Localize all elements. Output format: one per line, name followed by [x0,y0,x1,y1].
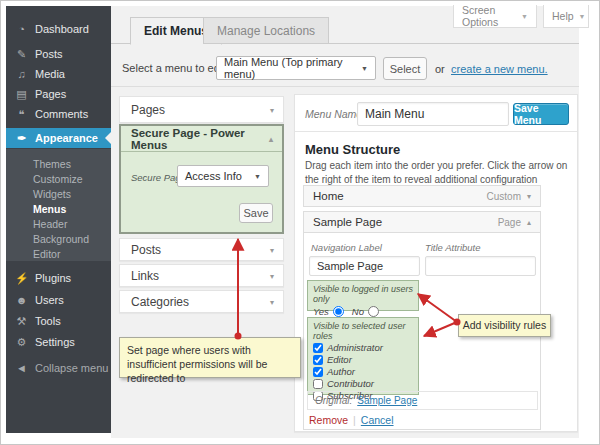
role-row-administrator[interactable]: Administrator [313,342,413,353]
menu-select-row: Select a menu to edit: Main Menu (Top pr… [111,50,579,87]
sidebar-item-tools[interactable]: ⚒Tools [6,311,111,331]
chevron-down-icon: ▾ [270,245,274,254]
remove-link[interactable]: Remove [309,414,348,426]
collapse-arrow-icon: ◄ [15,362,28,374]
title-attribute-input[interactable] [425,256,536,276]
appearance-submenu: Themes Customize Widgets Menus Header Ba… [6,149,111,261]
original-label: Original: [315,395,352,406]
chevron-down-icon: ▾ [270,271,274,280]
dashboard-icon: ◔ [15,23,28,35]
menu-structure-title: Menu Structure [305,142,400,157]
media-icon: ♫ [15,68,28,80]
accordion-posts[interactable]: Posts ▾ [119,238,284,261]
original-page-box: Original: Sample Page [307,391,538,410]
sidebar-item-pages[interactable]: ▤Pages [6,84,111,104]
title-attribute-label: Title Attribute [425,242,481,253]
redirect-note: Set page where users with insufficient p… [119,337,301,378]
submenu-item-customize[interactable]: Customize [6,172,111,186]
menu-item-sample-page[interactable]: Sample Page Page▴ [303,211,541,233]
tab-manage-locations[interactable]: Manage Locations [203,17,329,44]
chevron-down-icon: ▾ [270,105,274,114]
nav-tabs: Edit Menus Manage Locations [111,17,579,44]
menu-editor-panel: Menu Name Save Menu Menu Structure Drag … [294,94,578,432]
create-new-menu-link[interactable]: create a new menu. [451,63,548,75]
wordpress-admin-window: ◔Dashboard ✎Posts ♫Media ▤Pages ❝Comment… [0,0,600,445]
chevron-down-icon: ▼ [579,13,586,20]
tools-icon: ⚒ [15,315,28,328]
item-actions: Remove | Cancel [309,414,394,426]
chevron-down-icon[interactable]: ▾ [527,192,531,201]
secure-box-header[interactable]: Secure Page - Power Menus ▴ [121,126,282,152]
visible-logged-in-box: Visible to logged in users only Yes No [307,280,419,311]
sidebar-item-users[interactable]: ☻Users [6,290,111,310]
sidebar-item-posts[interactable]: ✎Posts [6,44,111,64]
accordion-pages[interactable]: Pages ▾ [119,96,284,123]
submenu-item-header[interactable]: Header [6,217,111,231]
save-menu-button[interactable]: Save Menu [513,103,569,125]
sidebar-item-media[interactable]: ♫Media [6,64,111,84]
menu-name-input[interactable] [357,102,509,126]
navigation-label: Navigation Label [311,242,382,253]
accordion-links[interactable]: Links ▾ [119,264,284,287]
submenu-item-widgets[interactable]: Widgets [6,187,111,201]
submenu-item-themes[interactable]: Themes [6,157,111,171]
menu-name-label: Menu Name [305,108,362,120]
yes-radio[interactable] [333,306,344,317]
sidebar-item-appearance[interactable]: ✒Appearance [6,128,111,148]
sidebar-item-dashboard[interactable]: ◔Dashboard [6,19,111,39]
chevron-up-icon: ▴ [269,134,273,143]
chevron-down-icon: ▼ [361,65,368,72]
menu-name-row: Menu Name Save Menu [295,95,577,132]
admin-content: Screen Options▼ Help▼ Edit Menus Manage … [111,6,579,438]
sidebar-item-settings[interactable]: ⚙Settings [6,332,111,352]
users-icon: ☻ [15,294,28,306]
sample-page-settings: Navigation Label Title Attribute Visible… [303,233,541,430]
submenu-item-background[interactable]: Background [6,232,111,246]
cancel-link[interactable]: Cancel [361,414,394,426]
settings-icon: ⚙ [15,336,28,349]
visible-roles-box: Visible to selected user roles Administr… [307,317,419,395]
pages-icon: ▤ [15,88,28,101]
administrator-checkbox[interactable] [313,343,323,353]
posts-icon: ✎ [15,48,28,61]
submenu-item-editor[interactable]: Editor [6,247,111,261]
editor-checkbox[interactable] [313,355,323,365]
submenu-item-menus[interactable]: Menus [6,202,111,216]
collapse-menu-button[interactable]: ◄Collapse menu [6,358,111,378]
contributor-checkbox[interactable] [313,379,323,389]
menu-select-dropdown[interactable]: Main Menu (Top primary menu)▼ [216,56,376,80]
secure-page-dropdown[interactable]: Access Info▼ [177,165,269,187]
sidebar-item-comments[interactable]: ❝Comments [6,104,111,124]
role-row-editor[interactable]: Editor [313,354,413,365]
chevron-down-icon: ▾ [270,297,274,306]
chevron-up-icon[interactable]: ▴ [527,218,531,227]
sidebar-item-plugins[interactable]: ⚡Plugins [6,268,111,288]
comments-icon: ❝ [15,108,28,121]
role-row-author[interactable]: Author [313,366,413,377]
plugins-icon: ⚡ [15,272,28,285]
accordion-categories[interactable]: Categories ▾ [119,290,284,313]
admin-sidebar: ◔Dashboard ✎Posts ♫Media ▤Pages ❝Comment… [6,6,111,433]
select-menu-label: Select a menu to edit: [122,62,228,74]
no-radio[interactable] [368,306,379,317]
secure-page-power-menus-box: Secure Page - Power Menus ▴ Secure Page … [119,124,284,234]
author-checkbox[interactable] [313,367,323,377]
or-text: or [435,63,445,75]
chevron-down-icon: ▼ [254,173,261,180]
visibility-rules-note: Add visibility rules [458,314,551,337]
navigation-label-input[interactable] [309,256,420,276]
role-row-contributor[interactable]: Contributor [313,378,413,389]
appearance-icon: ✒ [15,132,28,145]
secure-save-button[interactable]: Save [239,203,273,223]
menu-item-home[interactable]: Home Custom▾ [303,185,541,207]
original-page-link[interactable]: Sample Page [357,395,417,406]
select-button[interactable]: Select [383,57,427,80]
